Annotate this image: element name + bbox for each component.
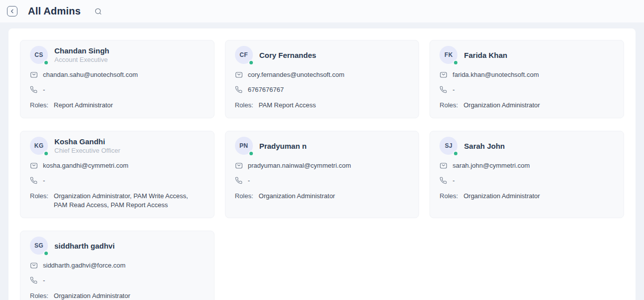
admin-card-header: CS Chandan Singh Account Executive	[30, 46, 203, 64]
admin-name: Farida Khan	[464, 51, 507, 59]
admin-card[interactable]: FK Farida Khan farida.khan@unotechsoft.c…	[429, 40, 624, 118]
admin-card[interactable]: PN Pradyuman n pradyuman.nainwal@cymmetr…	[225, 131, 420, 218]
online-status-dot	[453, 60, 458, 65]
admin-name: Chandan Singh	[54, 46, 109, 55]
admin-phone: -	[452, 85, 454, 94]
admin-identity: Pradyuman n	[259, 137, 307, 155]
roles-label: Roles:	[30, 101, 48, 110]
email-row: sarah.john@cymmetri.com	[439, 161, 613, 170]
roles-label: Roles:	[235, 101, 253, 110]
admin-phone: -	[43, 176, 45, 185]
admin-card[interactable]: SG siddharth gadhvi siddharth.gadhvi@for…	[20, 231, 215, 300]
roles-row: Roles: PAM Report Access	[235, 101, 408, 110]
admin-card[interactable]: CF Cory Fernandes cory.fernandes@unotech…	[225, 40, 420, 118]
admin-name: Kosha Gandhi	[54, 137, 120, 146]
admin-identity: Sarah John	[464, 137, 505, 155]
phone-row: -	[439, 85, 613, 94]
chevron-left-icon	[9, 8, 15, 14]
admin-identity: Cory Fernandes	[259, 46, 316, 64]
avatar: KG	[30, 137, 48, 155]
phone-row: -	[30, 276, 203, 285]
all-admins-page: All Admins CS Chandan Singh Account Exec…	[0, 0, 644, 300]
admin-phone: -	[452, 176, 454, 185]
mail-icon	[30, 71, 38, 79]
online-status-dot	[248, 151, 254, 156]
online-status-dot	[43, 60, 49, 65]
roles-row: Roles: Report Administrator	[30, 101, 203, 110]
admin-phone: 6767676767	[248, 85, 284, 94]
content-area: CS Chandan Singh Account Executive chand…	[0, 22, 644, 300]
page-title: All Admins	[28, 5, 81, 17]
admin-card-header: SG siddharth gadhvi	[30, 237, 203, 255]
mail-icon	[235, 162, 243, 170]
roles-label: Roles:	[439, 192, 458, 201]
admin-name: Cory Fernandes	[259, 51, 316, 59]
mail-icon	[235, 71, 243, 79]
online-status-dot	[453, 151, 458, 156]
online-status-dot	[43, 251, 49, 256]
phone-icon	[439, 177, 447, 184]
email-row: cory.fernandes@unotechsoft.com	[235, 70, 408, 79]
admin-card[interactable]: CS Chandan Singh Account Executive chand…	[20, 40, 215, 118]
avatar: CF	[235, 46, 253, 64]
admin-email: sarah.john@cymmetri.com	[452, 161, 530, 170]
admin-card-header: PN Pradyuman n	[235, 137, 408, 155]
admin-roles: Report Administrator	[54, 101, 113, 110]
phone-row: -	[30, 176, 203, 185]
roles-row: Roles: Organization Administrator	[235, 192, 408, 201]
search-button[interactable]	[94, 7, 103, 16]
mail-icon	[439, 71, 447, 79]
phone-row: 6767676767	[235, 85, 408, 94]
email-row: kosha.gandhi@cymmetri.com	[30, 161, 203, 170]
roles-row: Roles: Organization Administrator	[30, 292, 203, 300]
back-button[interactable]	[7, 6, 17, 16]
admin-email: cory.fernandes@unotechsoft.com	[248, 70, 345, 79]
admin-phone: -	[43, 85, 45, 94]
admin-email: kosha.gandhi@cymmetri.com	[43, 161, 128, 170]
admins-panel: CS Chandan Singh Account Executive chand…	[8, 28, 636, 300]
admin-identity: Farida Khan	[464, 46, 507, 64]
roles-label: Roles:	[439, 101, 458, 110]
admin-roles: Organization Administrator	[463, 101, 540, 110]
email-row: pradyuman.nainwal@cymmetri.com	[235, 161, 408, 170]
roles-row: Roles: Organization Administrator	[439, 101, 613, 110]
roles-label: Roles:	[30, 292, 48, 300]
mail-icon	[439, 162, 447, 170]
admin-identity: siddharth gadhvi	[54, 237, 115, 255]
phone-icon	[235, 177, 243, 184]
email-row: chandan.sahu@unotechsoft.com	[30, 70, 203, 79]
search-icon	[94, 7, 102, 15]
phone-row: -	[439, 176, 613, 185]
email-row: siddharth.gadhvi@force.com	[30, 261, 203, 270]
admin-phone: -	[248, 176, 250, 185]
phone-icon	[30, 86, 38, 93]
phone-icon	[235, 86, 243, 93]
online-status-dot	[248, 60, 254, 65]
admin-email: siddharth.gadhvi@force.com	[43, 261, 126, 270]
admin-identity: Kosha Gandhi Chief Executive Officer	[54, 137, 120, 155]
admin-card-header: SJ Sarah John	[439, 137, 613, 155]
admin-email: farida.khan@unotechsoft.com	[452, 70, 539, 79]
admin-cards-grid: CS Chandan Singh Account Executive chand…	[20, 40, 624, 300]
admin-name: siddharth gadhvi	[54, 242, 115, 250]
admin-roles: Organization Administrator	[259, 192, 335, 201]
admin-card[interactable]: KG Kosha Gandhi Chief Executive Officer …	[20, 131, 215, 218]
admin-name: Sarah John	[464, 142, 505, 150]
admin-name: Pradyuman n	[259, 142, 307, 150]
phone-row: -	[30, 85, 203, 94]
admin-roles: Organization Administrator	[54, 292, 130, 300]
admin-card[interactable]: SJ Sarah John sarah.john@cymmetri.com	[429, 131, 624, 218]
phone-icon	[30, 177, 38, 184]
phone-icon	[439, 86, 447, 93]
avatar: PN	[235, 137, 253, 155]
admin-job-title: Chief Executive Officer	[54, 147, 120, 154]
phone-icon	[30, 277, 38, 284]
admin-job-title: Account Executive	[54, 56, 109, 63]
avatar: FK	[439, 46, 457, 64]
admin-identity: Chandan Singh Account Executive	[54, 46, 109, 64]
admin-card-header: CF Cory Fernandes	[235, 46, 408, 64]
roles-label: Roles:	[30, 192, 48, 201]
roles-label: Roles:	[235, 192, 253, 201]
admin-phone: -	[43, 276, 45, 285]
email-row: farida.khan@unotechsoft.com	[439, 70, 613, 79]
